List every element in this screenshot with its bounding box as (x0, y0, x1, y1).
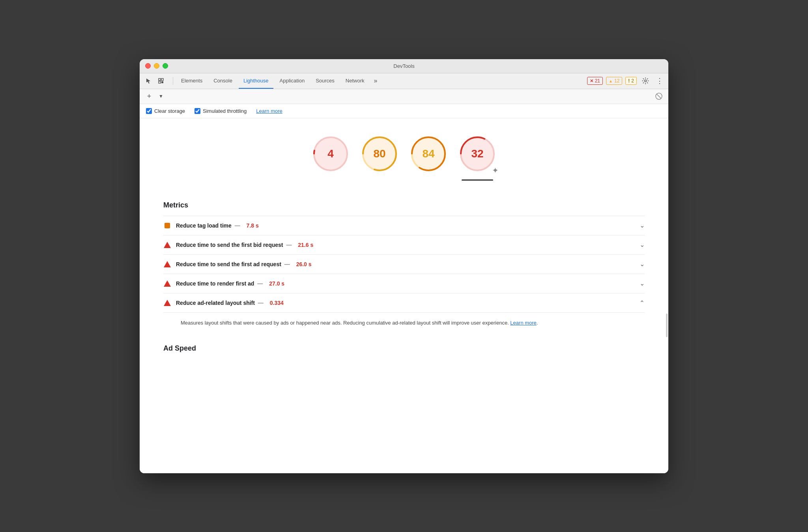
simulated-throttling-checkbox[interactable] (195, 108, 200, 114)
warning-count: 12 (614, 78, 619, 84)
svg-rect-0 (159, 78, 161, 80)
minimize-button[interactable] (154, 63, 159, 69)
scrollbar-track[interactable] (665, 118, 668, 473)
toolbar-dropdown-arrow[interactable]: ▼ (159, 93, 163, 99)
window-title: DevTools (393, 63, 414, 69)
info-count: 2 (631, 78, 634, 84)
chevron-down-icon-3: ⌄ (640, 260, 645, 268)
plugin-icon: ✦ (492, 166, 499, 175)
metric-row-4[interactable]: Reduce time to render first ad — 27.0 s … (163, 274, 645, 293)
main-wrapper: 4 80 (140, 118, 668, 473)
more-tabs-button[interactable]: » (371, 73, 381, 89)
active-score-indicator (462, 179, 493, 181)
add-button[interactable]: + (144, 91, 154, 101)
devtools-window: DevTools Elements Console (140, 59, 668, 473)
clear-storage-option[interactable]: Clear storage (146, 108, 185, 114)
tab-lighthouse[interactable]: Lighthouse (239, 73, 273, 89)
triangle-icon-3 (164, 261, 171, 267)
learn-more-link-options[interactable]: Learn more (256, 108, 282, 114)
chevron-up-icon-5: ⌄ (640, 299, 645, 306)
title-bar: DevTools (140, 59, 668, 73)
devtools-tab-bar: Elements Console Lighthouse Application … (140, 73, 668, 89)
error-icon: ✕ (590, 78, 593, 84)
close-button[interactable] (145, 63, 151, 69)
score-circle-4[interactable]: 32 ✦ (458, 134, 497, 174)
clear-storage-checkbox[interactable] (146, 108, 152, 114)
toolbar-input-area: ▼ (157, 93, 648, 99)
metric-label-5: Reduce ad-related layout shift — 0.334 (176, 300, 635, 306)
block-button[interactable] (654, 91, 664, 101)
svg-rect-3 (161, 81, 163, 83)
metric-icon-5 (163, 299, 171, 307)
tab-console[interactable]: Console (209, 73, 237, 89)
triangle-icon-5 (164, 300, 171, 306)
settings-button[interactable] (640, 75, 651, 86)
chevron-down-icon-2: ⌄ (640, 241, 645, 248)
info-badge[interactable]: ! 2 (625, 77, 637, 85)
score-value-4: 32 (471, 147, 483, 160)
metric-icon-2 (163, 241, 171, 249)
score-value-2: 80 (373, 147, 385, 160)
svg-line-6 (656, 94, 661, 99)
info-icon: ! (628, 78, 630, 84)
triangle-icon-4 (164, 280, 171, 287)
cursor-icon-button[interactable] (143, 75, 154, 86)
tab-elements[interactable]: Elements (176, 73, 207, 89)
learn-more-link-metric[interactable]: Learn more (510, 320, 536, 326)
warning-badge[interactable]: ▲ 12 (606, 77, 622, 85)
ad-speed-title: Ad Speed (163, 336, 645, 360)
toolbar: + ▼ (140, 89, 668, 104)
score-circle-2[interactable]: 80 (360, 134, 399, 174)
triangle-icon-2 (164, 242, 171, 248)
maximize-button[interactable] (163, 63, 168, 69)
scores-section: 4 80 (140, 118, 668, 193)
tab-icons-group (143, 75, 166, 86)
tab-divider (173, 77, 173, 85)
tab-application[interactable]: Application (275, 73, 310, 89)
metrics-section: Metrics Reduce tag load time — 7.8 s ⌄ (140, 193, 668, 337)
more-options-button[interactable]: ⋮ (654, 75, 665, 86)
metric-row-5[interactable]: Reduce ad-related layout shift — 0.334 ⌄ (163, 293, 645, 312)
svg-point-4 (645, 80, 647, 82)
svg-rect-1 (161, 78, 163, 80)
tab-right-controls: ✕ 21 ▲ 12 ! 2 ⋮ (587, 75, 665, 86)
error-badge[interactable]: ✕ 21 (587, 77, 603, 85)
metric-row-2[interactable]: Reduce time to send the first bid reques… (163, 235, 645, 254)
expanded-description: Measures layout shifts that were caused … (163, 312, 645, 337)
metric-icon-1 (163, 222, 171, 230)
simulated-throttling-option[interactable]: Simulated throttling (195, 108, 247, 114)
metric-icon-3 (163, 260, 171, 268)
scrollbar-thumb[interactable] (666, 314, 668, 337)
chevron-down-icon-1: ⌄ (640, 222, 645, 229)
score-circle-performance[interactable]: 4 (311, 134, 350, 174)
score-value-3: 84 (422, 147, 434, 160)
simulated-throttling-label: Simulated throttling (203, 108, 247, 114)
metric-row-3[interactable]: Reduce time to send the first ad request… (163, 254, 645, 274)
chevron-down-icon-4: ⌄ (640, 280, 645, 287)
svg-rect-2 (159, 81, 161, 83)
metric-value-3: 26.0 s (296, 261, 312, 267)
score-value-1: 4 (327, 147, 334, 160)
inspect-icon-button[interactable] (155, 75, 166, 86)
square-icon-1 (165, 223, 170, 228)
metric-value-2: 21.6 s (298, 242, 313, 248)
ad-speed-section: Ad Speed (140, 336, 668, 360)
metric-label-4: Reduce time to render first ad — 27.0 s (176, 280, 635, 287)
metric-value-1: 7.8 s (247, 222, 259, 229)
warning-icon: ▲ (609, 79, 613, 83)
clear-storage-label: Clear storage (154, 108, 185, 114)
metrics-title: Metrics (163, 193, 645, 216)
error-count: 21 (595, 78, 600, 84)
metric-label-3: Reduce time to send the first ad request… (176, 261, 635, 267)
metric-icon-4 (163, 280, 171, 287)
tab-network[interactable]: Network (341, 73, 369, 89)
main-content: 4 80 (140, 118, 668, 473)
metric-label-1: Reduce tag load time — 7.8 s (176, 222, 635, 229)
metric-label-2: Reduce time to send the first bid reques… (176, 242, 635, 248)
metric-value-5: 0.334 (270, 300, 284, 306)
tab-sources[interactable]: Sources (311, 73, 339, 89)
score-circle-3[interactable]: 84 (409, 134, 448, 174)
options-bar: Clear storage Simulated throttling Learn… (140, 104, 668, 118)
metric-row-1[interactable]: Reduce tag load time — 7.8 s ⌄ (163, 216, 645, 235)
traffic-lights (145, 63, 168, 69)
